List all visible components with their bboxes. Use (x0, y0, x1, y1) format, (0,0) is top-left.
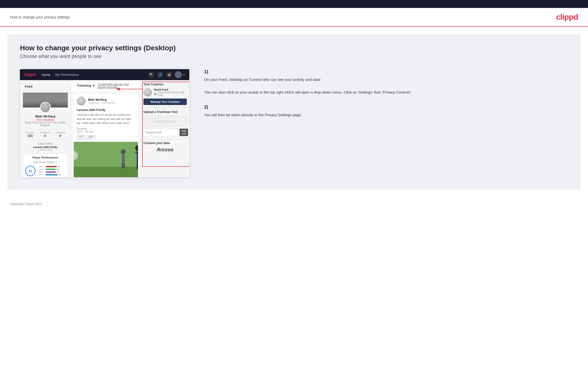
top-bar (0, 0, 588, 8)
profile-club: Royal North Devon Golf Club, United King… (23, 121, 68, 127)
compass-icon[interactable]: ◕ (166, 71, 172, 78)
copyright-text: Copyright Clippd 2022 (10, 202, 42, 206)
nav-link-home[interactable]: Home (42, 73, 50, 77)
manage-coaches-button[interactable]: Manage Your Coaches (143, 99, 187, 105)
feed-post: Blair McHarg Yesterday · Sunningdale Les… (73, 94, 138, 177)
instruction-2-text: You will then be taken directly to the P… (204, 112, 568, 118)
app-mock: clippd Home My Performance 🔍 👤 ◕ 👤 ▼ (20, 69, 189, 177)
clippd-logo: clippd (556, 12, 578, 22)
demo-instructions-layout: clippd Home My Performance 🔍 👤 ◕ 👤 ▼ (20, 69, 568, 177)
profile-handicap: Plus Handicap (23, 118, 68, 121)
profile-name: Blair McHarg (23, 114, 68, 118)
app-main-header: Following ▼ Control who can see your act… (71, 80, 141, 91)
coach-club: 🎼 Royal North Devon Golf Club (154, 91, 187, 97)
app-body: Feed Blair McHarg Plus Handicap Royal No… (20, 80, 189, 177)
coach-item: David Ford 🎼 Royal North Devon Golf Club (143, 88, 187, 97)
post-title: Lesson with Fordy (74, 108, 138, 113)
stat-followers: Followers 3 (40, 131, 50, 138)
search-icon[interactable]: 🔍 (148, 71, 154, 78)
post-duration: Duration 01 hr : 30 min (74, 127, 138, 135)
header: How to change your privacy settings clip… (0, 8, 588, 27)
coaches-title: Your Coaches (143, 83, 187, 86)
tag-ott: OTT (77, 135, 85, 139)
bar-arg: ARG 86 (38, 171, 65, 173)
post-tags: OTT APP (74, 135, 138, 142)
main-content: How to change your privacy settings (Des… (7, 34, 581, 190)
quality-bars: OTT 90 APP 85 (38, 165, 65, 176)
bar-ott: OTT 90 (38, 165, 65, 168)
coaches-section: Your Coaches David Ford 🎼 Royal North De… (141, 80, 189, 108)
svg-rect-9 (122, 154, 125, 163)
coach-avatar (143, 88, 152, 97)
instruction-1: 1) On your Feed, click/tap on 'Control w… (204, 69, 568, 96)
latest-activity-date: 03 Aug 2022 (23, 149, 68, 151)
latest-activity-name: Lesson with Fordy (23, 146, 68, 149)
profile-stats: Activities 131 Followers 3 Following 4 (23, 129, 68, 140)
post-author-name: Blair McHarg (88, 98, 115, 102)
instruction-1-number: 1) (204, 69, 568, 74)
trackman-placeholder: Trackman Link (143, 116, 187, 127)
bar-putt: PUTT 96 (38, 174, 65, 176)
app-sidebar: Feed Blair McHarg Plus Handicap Royal No… (20, 80, 71, 177)
post-location-time: Yesterday · Sunningdale (88, 102, 115, 104)
svg-point-8 (121, 149, 126, 154)
page-heading: How to change your privacy settings (Des… (20, 44, 568, 52)
trackman-link-input[interactable] (143, 129, 179, 136)
app-nav: clippd Home My Performance 🔍 👤 ◕ 👤 ▼ (20, 69, 189, 80)
quality-row: 92 OTT 90 APP (25, 165, 65, 176)
quality-circle: 92 (25, 166, 36, 176)
nav-link-performance[interactable]: My Performance (55, 73, 79, 77)
svg-rect-6 (137, 162, 138, 169)
control-privacy-link[interactable]: Control who can see your activity and da… (98, 83, 137, 89)
trackman-title: Upload a Trackman Test (143, 110, 187, 114)
stat-activities: Activities 131 (26, 131, 35, 138)
tag-app: APP (87, 135, 95, 139)
person-icon[interactable]: 👤 (157, 71, 163, 78)
user-avatar[interactable]: 👤 (175, 71, 182, 78)
app-nav-icons: 🔍 👤 ◕ 👤 ▼ (148, 71, 185, 78)
post-image (74, 142, 138, 177)
add-link-button[interactable]: Add Link (180, 129, 188, 136)
app-right-sidebar: Your Coaches David Ford 🎼 Royal North De… (141, 80, 189, 177)
latest-activity-label: Latest Activity (23, 142, 68, 145)
golf-image (74, 142, 138, 177)
profile-banner (23, 93, 68, 107)
following-button[interactable]: Following ▼ (74, 83, 98, 89)
page-title: How to change your privacy settings (10, 15, 70, 19)
svg-rect-5 (135, 152, 138, 153)
app-nav-logo: clippd (24, 72, 36, 77)
app-main: Following ▼ Control who can see your act… (71, 80, 141, 177)
coach-name: David Ford (154, 88, 187, 91)
bar-app: APP 85 (38, 168, 65, 170)
quality-label: Total Player Quality ⓘ (25, 160, 65, 164)
connect-title: Connect your data (143, 141, 187, 145)
instructions-panel: 1) On your Feed, click/tap on 'Control w… (199, 69, 568, 127)
svg-rect-10 (122, 163, 123, 168)
feed-post-avatar (77, 97, 86, 105)
footer: Copyright Clippd 2022 (0, 197, 588, 211)
svg-rect-11 (124, 163, 125, 168)
player-performance: Player Performance Total Player Quality … (23, 154, 68, 177)
instruction-2-number: 2) (204, 105, 568, 110)
avatar-dropdown[interactable]: 👤 ▼ (175, 71, 185, 78)
stat-following: Following 4 (56, 131, 65, 138)
trackman-section: Upload a Trackman Test Trackman Link Add… (141, 108, 189, 139)
player-perf-title: Player Performance (25, 156, 65, 159)
arccos-logo: Arccos (143, 147, 187, 153)
instruction-1-text: On your Feed, click/tap on 'Control who … (204, 76, 568, 96)
feed-tab[interactable]: Feed (23, 83, 68, 90)
page-subheading: Choose what you want people to see (20, 53, 568, 59)
post-description: Looking to feel like my hands are exitin… (74, 113, 138, 127)
dropdown-arrow: ▼ (183, 73, 185, 76)
connect-section: Connect your data Arccos (141, 139, 189, 155)
instruction-2: 2) You will then be taken directly to th… (204, 105, 568, 118)
profile-avatar (40, 102, 51, 113)
app-nav-links: Home My Performance (42, 73, 148, 77)
profile-info: Blair McHarg Plus Handicap Royal North D… (23, 114, 68, 177)
trackman-input-row: Add Link (143, 129, 187, 136)
feed-post-header: Blair McHarg Yesterday · Sunningdale (74, 94, 138, 108)
trackman-placeholder-text: Trackman Link (155, 119, 176, 123)
svg-rect-1 (74, 167, 138, 177)
